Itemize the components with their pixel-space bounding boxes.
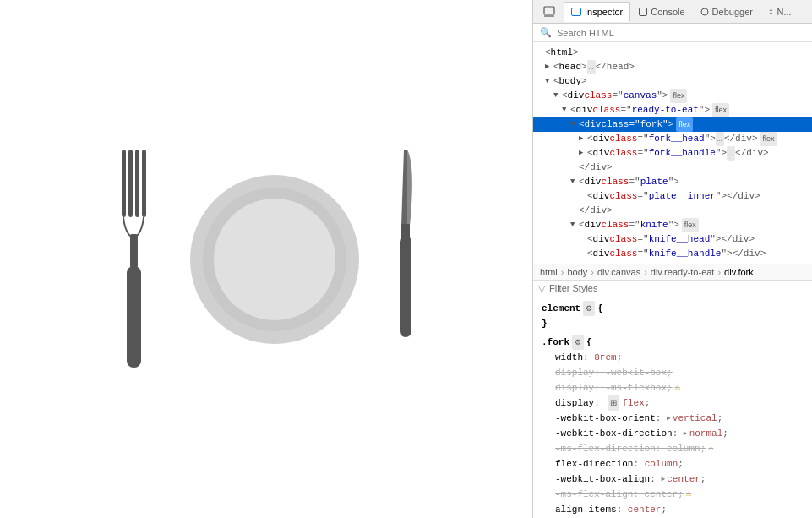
tree-line[interactable]: </div>: [533, 204, 812, 218]
svg-rect-0: [122, 150, 126, 217]
inspector-icon: [571, 8, 581, 16]
console-icon: [639, 8, 647, 16]
css-prop-webkit-direction: -webkit-box-direction : normal ;: [553, 426, 805, 441]
svg-point-14: [701, 8, 708, 15]
svg-rect-2: [135, 150, 139, 217]
css-prop-flex-direction: flex-direction : column ;: [553, 456, 805, 472]
css-rule-fork: .fork ⚙ {: [540, 335, 805, 350]
tree-line-fork-selected[interactable]: <div class="fork">flex: [533, 117, 812, 132]
tree-line[interactable]: <div class="canvas">flex: [533, 89, 812, 103]
css-prop-ms-flex-align: -ms-flex-align: center; ⚠: [553, 487, 805, 502]
tab-network[interactable]: ↕ N...: [761, 2, 798, 22]
dinner-scene: [110, 141, 422, 378]
filter-styles-label: Filter Styles: [549, 283, 597, 293]
knife-svg: [389, 141, 422, 378]
tree-line[interactable]: <div class="plate">: [533, 175, 812, 189]
warn-icon: ⚠: [686, 487, 691, 502]
filter-icon: ▽: [538, 283, 545, 294]
triangle-closed[interactable]: [545, 60, 553, 74]
css-prop-align-items: align-items : center ;: [553, 502, 805, 517]
tab-debugger[interactable]: Debugger: [694, 2, 760, 22]
svg-rect-4: [130, 234, 138, 268]
devtools-panel: Inspector Console Debugger ↕ N... 🔍: [532, 0, 812, 518]
breadcrumb-div-fork[interactable]: div.fork: [724, 267, 754, 277]
tab-network-label: N...: [777, 7, 792, 17]
breadcrumb-div-canvas[interactable]: div.canvas: [597, 267, 640, 277]
triangle-open[interactable]: [562, 103, 570, 117]
filter-styles-bar: ▽ Filter Styles: [533, 281, 812, 297]
triangle-open[interactable]: [570, 117, 579, 132]
svg-rect-5: [127, 266, 141, 368]
svg-rect-10: [400, 236, 411, 337]
tree-line[interactable]: <div class="knife">flex: [533, 218, 812, 232]
search-icon: 🔍: [540, 27, 552, 38]
tab-debugger-label: Debugger: [712, 7, 753, 17]
triangle-closed[interactable]: [579, 146, 587, 161]
css-prop-webkit-box: display: -webkit-box;: [553, 365, 805, 380]
css-prop-width: width : 8rem ;: [553, 350, 805, 365]
devtools-tabs: Inspector Console Debugger ↕ N...: [533, 0, 812, 24]
css-arrow-vertical[interactable]: [667, 411, 671, 426]
tree-line[interactable]: <div class="ready-to-eat">flex: [533, 103, 812, 117]
css-prop-display-flex: display : ⊞ flex ;: [553, 395, 805, 411]
svg-rect-3: [142, 150, 146, 217]
tab-console[interactable]: Console: [632, 2, 691, 22]
warn-icon: ⚠: [675, 380, 680, 395]
cursor-icon: [543, 6, 555, 18]
tree-line[interactable]: <body>: [533, 74, 812, 89]
tree-line[interactable]: <div class="knife__head"></div>: [533, 232, 812, 247]
fork-settings-badge[interactable]: ⚙: [572, 335, 584, 350]
canvas-panel: [0, 0, 532, 518]
css-arrow-center1[interactable]: [661, 472, 665, 487]
svg-rect-1: [128, 150, 133, 217]
warn-icon: ⚠: [708, 441, 713, 456]
css-prop-webkit-orient: -webkit-box-orient : vertical ;: [553, 411, 805, 426]
triangle-open[interactable]: [570, 218, 579, 232]
tree-line[interactable]: <div class="fork__head"> … </div>flex: [533, 132, 812, 146]
tree-line[interactable]: </div>: [533, 161, 812, 175]
tab-console-label: Console: [651, 7, 684, 17]
triangle-open[interactable]: [570, 175, 579, 189]
svg-rect-9: [401, 224, 410, 237]
triangle-closed[interactable]: [579, 132, 587, 146]
element-settings-badge[interactable]: ⚙: [583, 301, 595, 316]
breadcrumb: html › body › div.canvas › div.ready-to-…: [533, 264, 812, 281]
tree-line[interactable]: <div class="plate__inner"></div>: [533, 189, 812, 204]
tree-line[interactable]: <head> … </head>: [533, 60, 812, 74]
debugger-icon: [700, 8, 709, 16]
tree-line[interactable]: <div class="fork__handle"> … </div>: [533, 146, 812, 161]
breadcrumb-body[interactable]: body: [567, 267, 587, 277]
plate-svg: [186, 171, 363, 348]
svg-rect-13: [640, 8, 647, 15]
breadcrumb-div-ready-to-eat[interactable]: div.ready-to-eat: [651, 267, 715, 277]
tree-line[interactable]: <html>: [533, 46, 812, 60]
tab-cursor[interactable]: [537, 2, 562, 22]
css-prop-webkit-align: -webkit-box-align : center ;: [553, 472, 805, 487]
triangle-open[interactable]: [553, 89, 562, 103]
html-tree: <html> <head> … </head> <body> <div clas…: [533, 42, 812, 264]
css-rule-element-close: }: [540, 316, 805, 331]
search-html-input[interactable]: [557, 28, 805, 38]
breadcrumb-html[interactable]: html: [540, 267, 558, 277]
tab-inspector-label: Inspector: [585, 7, 623, 17]
triangle-open[interactable]: [545, 74, 553, 89]
search-bar: 🔍: [533, 24, 812, 42]
css-arrow-normal[interactable]: [684, 426, 688, 441]
svg-point-8: [214, 199, 335, 320]
fork-svg: [110, 141, 161, 378]
tree-line[interactable]: <div class="knife__handle"></div>: [533, 247, 812, 261]
svg-rect-11: [544, 7, 554, 14]
css-rule-element: element ⚙ {: [540, 301, 805, 316]
tab-inspector[interactable]: Inspector: [564, 2, 630, 22]
css-prop-ms-flex-direction: -ms-flex-direction: column; ⚠: [553, 441, 805, 456]
styles-panel: element ⚙ { } .fork ⚙ { width : 8rem ; d…: [533, 297, 812, 519]
css-prop-ms-flexbox: display: -ms-flexbox; ⚠: [553, 380, 805, 395]
